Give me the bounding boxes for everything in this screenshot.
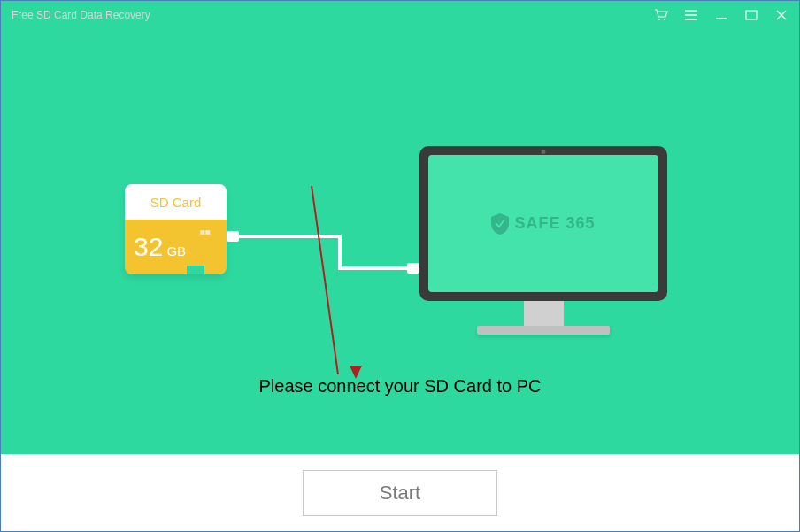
cart-icon[interactable] [654,8,668,22]
sdcard-graphic: SD Card 32GB ▦▦ [125,184,227,274]
menu-icon[interactable] [684,8,698,22]
sdcard-label: SD Card [125,184,227,220]
monitor-graphic: SAFE 365 [419,146,667,341]
monitor-camera-icon [542,150,546,154]
annotation-arrow [311,186,339,374]
monitor-stand [524,301,564,326]
cable-segment [338,235,342,270]
maximize-icon[interactable] [744,8,758,22]
monitor-brand: SAFE 365 [491,213,595,235]
instruction-text: Please connect your SD Card to PC [1,376,799,397]
monitor-brand-text: SAFE 365 [514,214,595,233]
monitor-bezel: SAFE 365 [419,146,667,301]
sdcard-capacity: 32 [134,232,163,261]
sdcard-body: 32GB ▦▦ [125,220,227,274]
connection-illustration: SD Card 32GB ▦▦ SAFE 365 [1,29,799,366]
close-icon[interactable] [774,8,788,22]
cable-plug-pc [407,263,419,274]
shield-icon [491,213,509,235]
footer: Start [1,454,799,531]
cable-segment [227,235,342,238]
window-controls [654,8,788,22]
sdcard-unit: GB [166,243,186,258]
svg-point-1 [664,19,665,20]
monitor-screen: SAFE 365 [428,155,658,292]
minimize-icon[interactable] [714,8,728,22]
start-button[interactable]: Start [303,470,497,516]
app-title: Free SD Card Data Recovery [12,9,654,21]
svg-point-0 [658,19,660,20]
sdcard-micro-icon: ▦▦ [200,228,211,235]
main-content: SD Card 32GB ▦▦ SAFE 365 [1,29,799,454]
titlebar: Free SD Card Data Recovery [1,1,799,29]
svg-rect-6 [746,11,757,19]
monitor-base [477,326,610,335]
